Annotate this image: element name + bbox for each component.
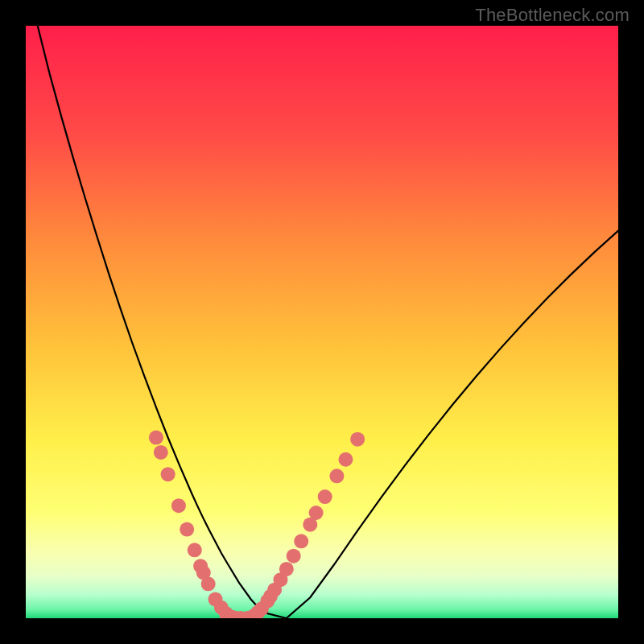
data-dot bbox=[287, 549, 301, 564]
data-dot bbox=[201, 576, 216, 591]
watermark-text: TheBottleneck.com bbox=[475, 5, 630, 26]
data-dot bbox=[180, 522, 194, 537]
bottleneck-curve bbox=[26, 26, 618, 618]
data-dot bbox=[188, 543, 202, 557]
data-dots bbox=[149, 431, 365, 618]
data-dot bbox=[350, 432, 365, 447]
plot-area bbox=[26, 26, 618, 618]
data-dot bbox=[154, 445, 168, 460]
curve-layer bbox=[26, 26, 618, 618]
data-dot bbox=[161, 467, 175, 481]
data-dot bbox=[294, 534, 308, 548]
data-dot bbox=[279, 562, 294, 576]
data-dot bbox=[318, 489, 332, 504]
data-dot bbox=[149, 431, 163, 445]
data-dot bbox=[309, 506, 324, 520]
data-dot bbox=[329, 469, 344, 483]
data-dot bbox=[338, 452, 353, 467]
data-dot bbox=[171, 498, 186, 513]
chart-frame: TheBottleneck.com bbox=[0, 0, 644, 644]
